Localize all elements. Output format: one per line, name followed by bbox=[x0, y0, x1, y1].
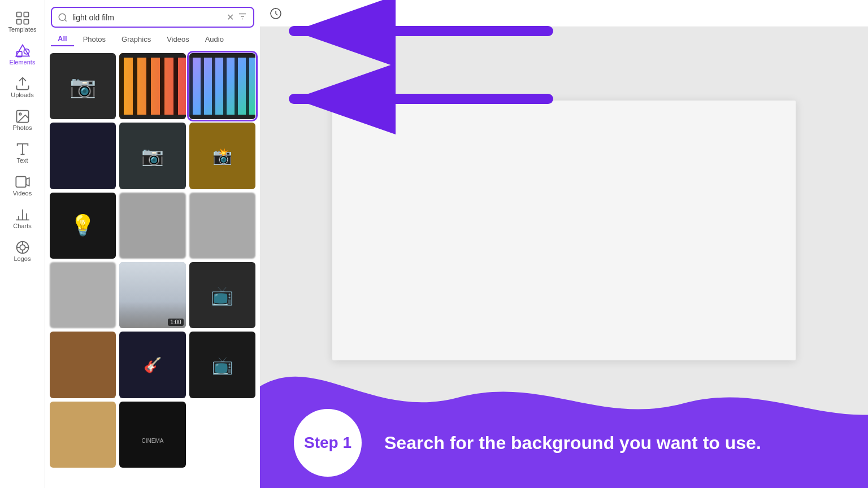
search-clear-button[interactable]: ✕ bbox=[227, 12, 234, 23]
grid-item-9[interactable] bbox=[189, 193, 255, 259]
video-duration-badge: 1:00 bbox=[168, 319, 183, 326]
grid-item-8[interactable] bbox=[119, 193, 185, 259]
sidebar-item-logos-label: Logos bbox=[14, 255, 31, 262]
sidebar-item-videos-label: Videos bbox=[13, 190, 32, 197]
sidebar-item-photos-label: Photos bbox=[12, 124, 32, 131]
sidebar-item-logos[interactable]: Logos bbox=[2, 234, 43, 265]
tv-green-icon: 📺 bbox=[212, 355, 233, 375]
svg-point-8 bbox=[19, 113, 21, 115]
grid-item-15[interactable]: 📺 bbox=[189, 332, 255, 398]
photo-icon bbox=[15, 108, 31, 124]
sidebar-item-charts-label: Charts bbox=[13, 223, 31, 229]
sidebar-item-elements[interactable]: Elements bbox=[2, 37, 43, 69]
concert-icon: 🎸 bbox=[144, 356, 162, 374]
shapes-icon bbox=[15, 43, 31, 59]
tab-graphics[interactable]: Graphics bbox=[115, 32, 158, 46]
text-icon bbox=[15, 141, 31, 157]
collapse-panel-button[interactable] bbox=[259, 233, 260, 255]
scrollbar-thumb[interactable] bbox=[547, 436, 581, 441]
thumbnail-page-1[interactable] bbox=[269, 450, 305, 482]
svg-rect-11 bbox=[16, 177, 26, 188]
history-icon[interactable] bbox=[269, 7, 283, 20]
tab-photos[interactable]: Photos bbox=[76, 32, 112, 46]
svg-rect-0 bbox=[16, 12, 21, 17]
grid-item-6[interactable]: 📸 bbox=[189, 123, 255, 189]
search-bar-wrapper: ✕ bbox=[45, 0, 260, 32]
camera-icon: 📷 bbox=[141, 145, 164, 167]
canvas-container bbox=[260, 27, 868, 434]
grid-item-5[interactable]: 📷 bbox=[119, 123, 185, 189]
video-icon bbox=[15, 174, 31, 190]
icon-sidebar: Templates Elements Uploads Photos bbox=[0, 0, 45, 488]
cinema-label: CINEMA bbox=[119, 435, 185, 446]
tab-audio[interactable]: Audio bbox=[198, 32, 231, 46]
search-bar: ✕ bbox=[51, 7, 254, 28]
grid-item-17[interactable]: CINEMA bbox=[119, 402, 185, 468]
sidebar-item-uploads[interactable]: Uploads bbox=[2, 70, 43, 102]
grid-item-4[interactable] bbox=[50, 123, 116, 189]
grid-item-16[interactable] bbox=[50, 402, 116, 468]
grid-item-1[interactable]: 📷 bbox=[50, 53, 116, 119]
tripod-icon: 📷 bbox=[70, 74, 96, 99]
grid-item-11[interactable]: 1:00 bbox=[119, 262, 185, 328]
svg-point-22 bbox=[59, 14, 66, 20]
sidebar-item-charts[interactable]: Charts bbox=[2, 201, 43, 233]
tab-all[interactable]: All bbox=[51, 32, 74, 46]
grid-icon bbox=[15, 10, 31, 26]
results-grid: 📷 📷 📸 💡 1:00 📺 bbox=[45, 51, 260, 488]
grid-item-2[interactable] bbox=[119, 53, 185, 119]
search-filter-button[interactable] bbox=[237, 11, 248, 23]
upload-icon bbox=[15, 76, 31, 91]
canvas-toolbar bbox=[260, 0, 868, 27]
chart-icon bbox=[15, 207, 31, 223]
sidebar-item-photos[interactable]: Photos bbox=[2, 103, 43, 134]
filter-icon bbox=[237, 11, 248, 21]
grid-item-10[interactable] bbox=[50, 262, 116, 328]
grid-item-12[interactable]: 📺 bbox=[189, 262, 255, 328]
filter-tabs: All Photos Graphics Videos Audio bbox=[45, 32, 260, 51]
canvas-page[interactable] bbox=[332, 101, 796, 360]
svg-rect-2 bbox=[16, 19, 21, 24]
sidebar-item-text[interactable]: Text bbox=[2, 136, 43, 167]
svg-rect-3 bbox=[24, 19, 28, 24]
sidebar-item-uploads-label: Uploads bbox=[11, 91, 33, 98]
main-area: Step 1 Search for the background you wan… bbox=[260, 0, 868, 488]
grid-item-14[interactable]: 🎸 bbox=[119, 332, 185, 398]
sidebar-item-text-label: Text bbox=[16, 157, 28, 164]
grid-item-13[interactable] bbox=[50, 332, 116, 398]
canvas-scrollbar[interactable] bbox=[260, 434, 868, 443]
sidebar-item-elements-label: Elements bbox=[10, 59, 36, 66]
camera-flat-icon: 📸 bbox=[212, 147, 232, 165]
lightbulb-icon: 💡 bbox=[70, 213, 96, 237]
search-icon bbox=[58, 12, 68, 23]
search-input[interactable] bbox=[72, 13, 227, 22]
svg-point-17 bbox=[20, 245, 25, 250]
sidebar-item-videos[interactable]: Videos bbox=[2, 168, 43, 200]
sidebar-item-templates[interactable]: Templates bbox=[2, 5, 43, 36]
svg-rect-1 bbox=[24, 12, 28, 17]
tab-videos[interactable]: Videos bbox=[160, 32, 196, 46]
logo-icon bbox=[15, 239, 31, 255]
grid-item-3[interactable] bbox=[189, 53, 255, 119]
tv-retro-icon: 📺 bbox=[211, 285, 233, 306]
grid-item-7[interactable]: 💡 bbox=[50, 193, 116, 259]
search-panel: ✕ All Photos Graphics Videos Audio 📷 bbox=[45, 0, 260, 488]
thumbnail-strip bbox=[260, 443, 868, 488]
svg-line-23 bbox=[64, 19, 66, 21]
sidebar-item-templates-label: Templates bbox=[8, 26, 36, 33]
